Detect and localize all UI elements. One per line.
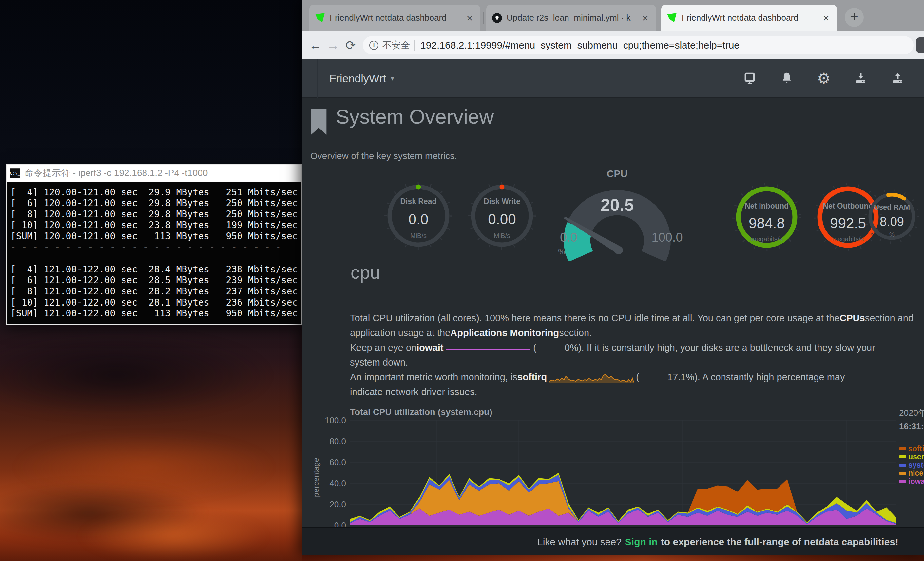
gauge-value: 992.5 [830,215,866,232]
used-ram-gauge[interactable]: Used RAM 8.09 % [864,188,920,244]
description-line: application usage at the Applications Mo… [350,326,924,340]
host-name: FriendlyWrt [329,72,386,85]
signin-link[interactable]: Sign in [625,536,658,547]
address-bar[interactable]: i 不安全 192.168.2.1:19999/#menu_system_sub… [363,36,914,54]
chart-legend: 2020年3 16:31:2 softirq user system nice … [899,407,924,496]
settings-button[interactable]: ⚙ [805,59,842,98]
section-title-cpu: cpu [351,262,380,283]
host-dropdown[interactable]: FriendlyWrt ▾ [317,59,406,98]
gauge-value: 8.09 [880,215,904,229]
terminal-window[interactable]: C:\_ 命令提示符 - iperf3 -c 192.168.1.2 -P4 -… [6,164,302,325]
legend-label: user [908,453,924,461]
legend-swatch [899,463,906,466]
gauge-unit: MiB/s [410,232,427,240]
cpu-gauge-value: 20.5 [554,195,680,215]
chart-title: Total CPU utilization (system.cpu) [350,407,492,417]
description-line: system down. [350,355,924,370]
ytick: 100.0 [308,415,346,425]
cpus-link[interactable]: CPUs [840,311,865,326]
browser-window: FriendlyWrt netdata dashboard × Update r… [302,0,924,555]
tab-close-icon[interactable]: × [640,12,651,24]
extension-icon[interactable] [916,38,924,53]
legend-row[interactable]: system [899,461,924,469]
disk-read-gauge[interactable]: Disk Read 0.0 MiB/s [384,181,453,250]
gauge-unit: megabits/s [832,235,864,243]
display-settings-button[interactable] [731,59,768,98]
tab-netdata-1[interactable]: FriendlyWrt netdata dashboard × [309,5,480,31]
legend-row[interactable]: softirq [899,445,924,453]
address-separator [414,40,415,51]
info-icon[interactable]: i [369,41,378,50]
tab-close-icon[interactable]: × [464,12,475,24]
tab-strip: FriendlyWrt netdata dashboard × Update r… [302,0,924,31]
legend-swatch [899,447,906,450]
tab-close-icon[interactable]: × [820,12,832,24]
cpu-description: Total CPU utilization (all cores). 100% … [350,311,924,399]
net-inbound-gauge[interactable]: Net Inbound 984.8 megabits/s [732,183,801,251]
upload-icon [891,71,904,85]
cmd-icon: C:\_ [10,168,20,178]
bell-icon [780,71,794,85]
description-line: indicate network driver issues. [350,385,924,399]
applications-monitoring-link[interactable]: Applications Monitoring [450,326,559,340]
page-subtitle: Overview of the key system metrics. [310,151,457,161]
wallpaper-bottom-strip [302,555,924,561]
cpu-gauge-unit: % [558,247,565,256]
github-favicon [492,13,502,23]
tab-separator [483,12,484,24]
terminal-output: - - - - - - - - - - - - - - - - - - - - … [10,182,301,319]
disk-write-gauge[interactable]: Disk Write 0.00 MiB/s [468,181,536,250]
softirq-value: 17.1% [668,370,694,385]
gauge-title: Used RAM [874,203,910,212]
forward-button[interactable]: → [324,36,342,54]
description-line: Keep an eye on iowait ( 0% ). If it is c… [350,340,924,355]
cpu-gauge[interactable] [554,172,680,261]
ytick: 20.0 [308,499,346,509]
softirq-sparkline[interactable] [549,372,634,384]
signin-banner: Like what you see? Sign in to experience… [302,527,924,555]
gauge-value: 984.8 [749,215,785,232]
legend-label: iowait [908,477,924,486]
tab-netdata-active[interactable]: FriendlyWrt netdata dashboard × [661,5,837,31]
gear-icon: ⚙ [817,69,830,87]
new-tab-button[interactable]: + [845,8,864,27]
cpu-gauge-max: 100.0 [639,230,695,245]
url-text[interactable]: 192.168.2.1:19999/#menu_system_submenu_c… [420,40,740,51]
legend-swatch [899,456,906,459]
chart-date: 2020年3 [899,407,924,419]
export-button[interactable] [879,59,916,98]
import-button[interactable] [842,59,879,98]
terminal-body: - - - - - - - - - - - - - - - - - - - - … [6,182,301,324]
tab-github[interactable]: Update r2s_lean_minimal.yml · k × [486,5,656,31]
legend-label: system [908,461,924,469]
legend-row[interactable]: iowait [899,477,924,486]
gauge-unit: MiB/s [494,232,510,240]
terminal-titlebar[interactable]: C:\_ 命令提示符 - iperf3 -c 192.168.1.2 -P4 -… [6,165,301,182]
description-line: An important metric worth monitoring, is… [350,370,924,385]
gauge-title: Disk Read [400,197,436,206]
cpu-utilization-chart[interactable] [350,420,897,525]
legend-swatch [899,480,906,483]
gauge-title: Net Inbound [745,202,789,211]
page-title: System Overview [336,105,494,128]
chevron-down-icon: ▾ [391,74,394,83]
legend-label: softirq [908,444,924,453]
tab-label: FriendlyWrt netdata dashboard [681,13,820,23]
netdata-favicon [315,13,325,23]
terminal-title: 命令提示符 - iperf3 -c 192.168.1.2 -P4 -t1000 [24,167,208,179]
signin-suffix: to experience the full-range of netdata … [661,536,898,547]
reload-button[interactable]: ⟳ [342,36,360,54]
back-button[interactable]: ← [306,36,324,54]
gauge-unit: % [889,232,894,238]
netdata-page: FriendlyWrt ▾ ⚙ [302,59,924,555]
security-label: 不安全 [382,39,410,51]
browser-toolbar: ← → ⟳ i 不安全 192.168.2.1:19999/#menu_syst… [302,31,924,59]
alarms-button[interactable] [768,59,805,98]
legend-row[interactable]: nice [899,469,924,477]
legend-row[interactable]: user [899,453,924,461]
iowait-sparkline[interactable] [446,344,531,350]
ytick: 80.0 [308,436,346,446]
tab-label: FriendlyWrt netdata dashboard [330,13,464,23]
download-icon [854,71,868,85]
wallpaper-cloud [79,511,268,561]
